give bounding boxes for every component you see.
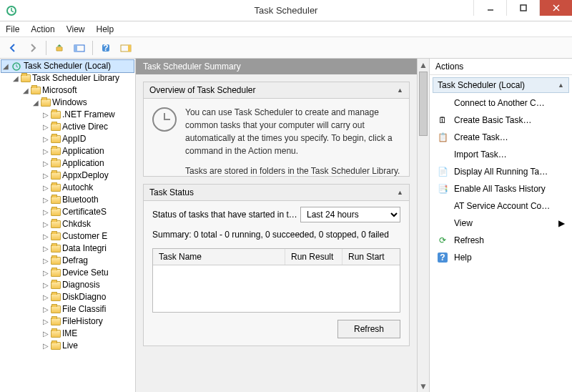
- expand-icon[interactable]: ▷: [41, 267, 49, 279]
- expand-icon[interactable]: ▷: [41, 340, 49, 352]
- tree-item[interactable]: ▷File Classifi: [1, 303, 134, 315]
- col-run-start[interactable]: Run Start: [342, 249, 400, 265]
- expand-icon[interactable]: ▷: [41, 218, 49, 230]
- tree-library-label: Task Scheduler Library: [32, 72, 119, 84]
- menu-file[interactable]: File: [6, 24, 19, 34]
- collapse-icon: ▲: [397, 87, 403, 94]
- expand-icon[interactable]: ▷: [41, 315, 49, 328]
- overview-text2: Tasks are stored in folders in the Task …: [185, 165, 400, 176]
- folder-icon: [31, 87, 41, 94]
- summary-header: Task Scheduler Summary: [136, 59, 417, 74]
- tree-item[interactable]: ▷Customer E: [1, 230, 134, 242]
- back-button[interactable]: [4, 39, 21, 57]
- separator: [92, 41, 93, 55]
- action-enable-history[interactable]: 📑Enable All Tasks History: [430, 180, 572, 197]
- action-refresh[interactable]: ⟳Refresh: [430, 232, 572, 249]
- forward-button[interactable]: [24, 39, 41, 57]
- maximize-button[interactable]: [506, 0, 539, 16]
- tree-root-label: Task Scheduler (Local): [24, 60, 111, 72]
- minimize-button[interactable]: [473, 0, 506, 16]
- tree-item[interactable]: ▷IME: [1, 328, 134, 340]
- status-period-select[interactable]: Last 24 hours: [300, 207, 400, 222]
- expand-icon[interactable]: ◢: [21, 84, 29, 97]
- tree-item[interactable]: ▷DiskDiagno: [1, 291, 134, 303]
- col-run-result[interactable]: Run Result: [285, 249, 342, 265]
- tree-item[interactable]: ▷CertificateS: [1, 206, 134, 218]
- expand-icon[interactable]: ▷: [41, 279, 49, 291]
- folder-icon: [51, 257, 61, 265]
- expand-icon[interactable]: ▷: [41, 303, 49, 315]
- tree-item[interactable]: ▷.NET Framew: [1, 109, 134, 121]
- overview-header[interactable]: Overview of Task Scheduler ▲: [144, 82, 409, 99]
- tree-library[interactable]: ◢ Task Scheduler Library: [1, 72, 134, 84]
- expand-icon[interactable]: ◢: [11, 72, 19, 84]
- expand-icon[interactable]: ▷: [41, 109, 49, 121]
- expand-icon[interactable]: ▷: [41, 255, 49, 267]
- tree-item[interactable]: ▷Chkdsk: [1, 218, 134, 230]
- expand-icon[interactable]: ▷: [41, 194, 49, 206]
- show-hide-tree-button[interactable]: [71, 39, 88, 57]
- expand-icon[interactable]: ▷: [41, 121, 49, 133]
- close-button[interactable]: [539, 0, 572, 16]
- action-import-task[interactable]: Import Task…: [430, 146, 572, 163]
- tree-item[interactable]: ▷Defrag: [1, 255, 134, 267]
- task-icon: 📋: [437, 132, 448, 143]
- menu-view[interactable]: View: [66, 24, 85, 34]
- action-create-task[interactable]: 📋Create Task…: [430, 129, 572, 146]
- action-at-service[interactable]: AT Service Account Co…: [430, 197, 572, 215]
- tree-microsoft[interactable]: ◢ Microsoft: [1, 84, 134, 97]
- expand-icon[interactable]: ▷: [41, 206, 49, 218]
- tree-item[interactable]: ▷AppxDeploy: [1, 170, 134, 182]
- action-view[interactable]: View▶: [430, 215, 572, 232]
- tree-item[interactable]: ▷Diagnosis: [1, 279, 134, 291]
- tree-root[interactable]: ◢ Task Scheduler (Local): [1, 59, 134, 73]
- menu-help[interactable]: Help: [97, 24, 114, 34]
- refresh-button[interactable]: Refresh: [337, 320, 400, 338]
- help-button[interactable]: ?: [97, 39, 114, 57]
- expand-icon[interactable]: ▷: [41, 328, 49, 340]
- scroll-down-icon[interactable]: ▼: [418, 380, 429, 392]
- overview-title: Overview of Task Scheduler: [149, 85, 256, 95]
- expand-icon[interactable]: ▷: [41, 242, 49, 255]
- tree-item[interactable]: ▷Autochk: [1, 182, 134, 194]
- up-button[interactable]: [51, 39, 68, 57]
- expand-icon[interactable]: ◢: [31, 97, 39, 109]
- expand-icon[interactable]: ▷: [41, 230, 49, 242]
- tree-item[interactable]: ▷Active Direc: [1, 121, 134, 133]
- col-task-name[interactable]: Task Name: [153, 249, 285, 265]
- status-header[interactable]: Task Status ▲: [144, 185, 409, 201]
- tree-item[interactable]: ▷AppID: [1, 133, 134, 145]
- tree-item[interactable]: ▷Application: [1, 145, 134, 157]
- tree-item[interactable]: ▷Live: [1, 340, 134, 352]
- expand-icon[interactable]: ▷: [41, 291, 49, 303]
- action-display-running[interactable]: 📄Display All Running Ta…: [430, 163, 572, 180]
- folder-icon: [51, 318, 61, 325]
- tree-item[interactable]: ▷Data Integri: [1, 242, 134, 255]
- expand-icon[interactable]: ▷: [41, 133, 49, 145]
- folder-icon: [51, 220, 61, 228]
- scroll-up-icon[interactable]: ▲: [418, 59, 429, 71]
- blank-icon: [437, 217, 448, 229]
- svg-text:?: ?: [103, 43, 108, 53]
- actions-context[interactable]: Task Scheduler (Local) ▲: [433, 77, 569, 93]
- status-summary: Summary: 0 total - 0 running, 0 succeede…: [144, 222, 409, 240]
- action-connect[interactable]: Connect to Another C…: [430, 94, 572, 112]
- scroll-thumb[interactable]: [419, 72, 428, 136]
- expand-icon[interactable]: ▷: [41, 170, 49, 182]
- action-create-basic-task[interactable]: 🗓Create Basic Task…: [430, 112, 572, 129]
- expand-icon[interactable]: ▷: [41, 182, 49, 194]
- tree-item[interactable]: ▷Application: [1, 157, 134, 170]
- tree-item[interactable]: ▷Device Setu: [1, 267, 134, 279]
- expand-icon[interactable]: ◢: [1, 60, 9, 72]
- task-grid[interactable]: Task Name Run Result Run Start: [152, 248, 400, 313]
- expand-icon[interactable]: ▷: [41, 145, 49, 157]
- menu-action[interactable]: Action: [31, 24, 54, 34]
- tree-windows[interactable]: ◢ Windows: [1, 97, 134, 109]
- tree-item[interactable]: ▷FileHistory: [1, 315, 134, 328]
- expand-icon[interactable]: ▷: [41, 157, 49, 170]
- tree-item[interactable]: ▷Bluetooth: [1, 194, 134, 206]
- scrollbar[interactable]: ▲ ▼: [417, 59, 429, 392]
- titlebar: Task Scheduler: [0, 0, 572, 21]
- action-help[interactable]: ?Help: [430, 249, 572, 266]
- show-action-pane-button[interactable]: [117, 39, 134, 57]
